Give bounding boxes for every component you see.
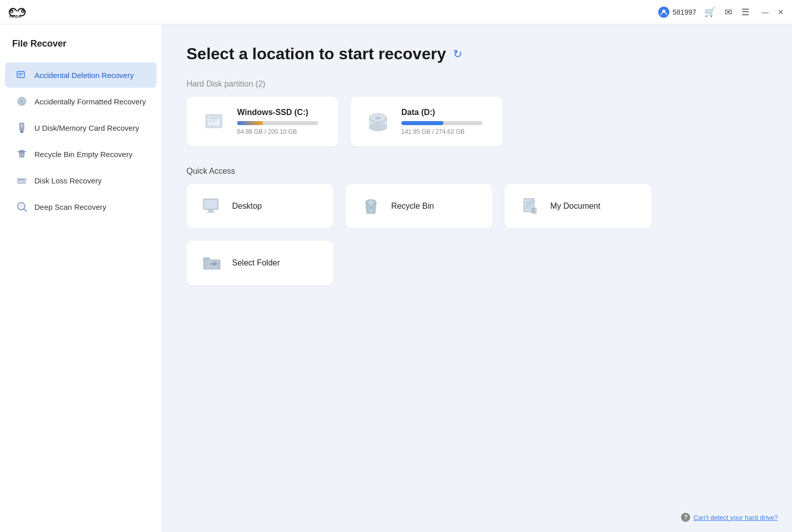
svg-rect-31 xyxy=(209,122,215,123)
disk-icon-c xyxy=(201,108,227,135)
sidebar-item-recycle-bin-empty[interactable]: Recycle Bin Empty Recovery xyxy=(5,141,157,167)
qa-card-my-document[interactable]: My Document xyxy=(505,184,652,229)
quick-access-cards: Desktop Recycle Bin xyxy=(186,184,768,285)
bottom-hint: ? Can't detect your hard drive? xyxy=(681,513,778,522)
qa-card-recycle-bin[interactable]: Recycle Bin xyxy=(346,184,493,229)
svg-rect-12 xyxy=(18,72,24,77)
recycle-bin-icon xyxy=(360,195,382,217)
deep-scan-icon xyxy=(15,200,28,213)
disk-name-c: Windows-SSD (C:) xyxy=(237,108,324,117)
page-title: Select a location to start recovery xyxy=(186,45,446,63)
accidentally-formatted-icon xyxy=(15,95,28,108)
cart-icon[interactable]: 🛒 xyxy=(704,7,715,18)
my-document-icon xyxy=(519,195,541,217)
user-id-display: 581997 xyxy=(658,7,696,18)
menu-icon[interactable]: ☰ xyxy=(741,7,749,18)
main-content: Select a location to start recovery ↻ Ha… xyxy=(162,24,792,532)
svg-rect-46 xyxy=(526,202,532,203)
disk-info-d: Data (D:) 141.95 GB / 274.62 GB xyxy=(401,108,488,135)
message-icon[interactable]: ✉ xyxy=(725,7,732,18)
title-bar-right: 581997 🛒 ✉ ☰ — ✕ xyxy=(658,7,784,18)
title-bar-left: PANDA xyxy=(8,5,26,19)
disk-name-d: Data (D:) xyxy=(401,108,488,117)
sidebar-item-disk-loss-label: Disk Loss Recovery xyxy=(34,176,102,185)
refresh-icon[interactable]: ↻ xyxy=(453,48,462,61)
close-button[interactable]: ✕ xyxy=(778,8,784,16)
disk-size-d: 141.95 GB / 274.62 GB xyxy=(401,128,488,135)
sidebar: File Recover Accidental Deletion Recover… xyxy=(0,24,162,532)
select-folder-icon xyxy=(201,252,223,274)
svg-point-6 xyxy=(11,11,12,13)
user-id-text: 581997 xyxy=(672,8,696,16)
disk-card-d[interactable]: Data (D:) 141.95 GB / 274.62 GB xyxy=(351,97,503,146)
disk-info-c: Windows-SSD (C:) 64.88 GB / 200.10 GB xyxy=(237,108,324,135)
disk-bar-fill-c xyxy=(237,121,263,125)
sidebar-item-deep-scan[interactable]: Deep Scan Recovery xyxy=(5,194,157,219)
svg-point-36 xyxy=(375,117,381,120)
svg-rect-18 xyxy=(21,124,23,127)
user-icon xyxy=(660,9,667,16)
page-header: Select a location to start recovery ↻ xyxy=(186,45,768,63)
svg-rect-48 xyxy=(526,206,530,207)
quick-access-label: Quick Access xyxy=(186,167,768,176)
svg-rect-39 xyxy=(208,210,213,212)
panda-logo: PANDA xyxy=(8,5,26,19)
title-bar: PANDA 581997 🛒 ✉ ☰ — ✕ xyxy=(0,0,792,24)
sidebar-item-disk-loss[interactable]: Disk Loss Recovery xyxy=(5,168,157,193)
svg-text:PANDA: PANDA xyxy=(9,15,21,18)
svg-rect-40 xyxy=(206,212,215,213)
app-body: File Recover Accidental Deletion Recover… xyxy=(0,24,792,532)
svg-point-34 xyxy=(369,123,387,131)
svg-point-15 xyxy=(21,100,23,102)
svg-point-21 xyxy=(24,179,26,180)
disk-bar-fill-d xyxy=(401,121,443,125)
hint-question-icon: ? xyxy=(681,513,690,522)
u-disk-icon xyxy=(15,121,28,134)
hint-link[interactable]: Can't detect your hard drive? xyxy=(693,514,778,521)
svg-line-24 xyxy=(24,209,26,211)
svg-rect-17 xyxy=(20,131,23,133)
sidebar-item-accidental-deletion[interactable]: Accidental Deletion Recovery xyxy=(5,62,157,88)
sidebar-item-accidental-deletion-label: Accidental Deletion Recovery xyxy=(34,71,134,80)
disk-bar-c xyxy=(237,121,318,125)
window-controls: — ✕ xyxy=(762,8,784,16)
recycle-bin-empty-icon xyxy=(15,147,28,161)
sidebar-item-recycle-bin-empty-label: Recycle Bin Empty Recovery xyxy=(34,150,132,159)
sidebar-item-u-disk-label: U Disk/Memory Card Recovery xyxy=(34,124,139,132)
disk-card-c[interactable]: Windows-SSD (C:) 64.88 GB / 200.10 GB xyxy=(186,97,338,146)
disk-size-c: 64.88 GB / 200.10 GB xyxy=(237,128,324,135)
sidebar-item-u-disk[interactable]: U Disk/Memory Card Recovery xyxy=(5,115,157,140)
sidebar-item-deep-scan-label: Deep Scan Recovery xyxy=(34,203,106,211)
accidental-deletion-icon xyxy=(15,68,28,82)
svg-rect-29 xyxy=(209,118,219,119)
qa-label-recycle-bin: Recycle Bin xyxy=(391,202,434,211)
svg-rect-47 xyxy=(526,204,531,205)
desktop-icon xyxy=(201,195,223,217)
svg-rect-50 xyxy=(210,263,217,264)
disk-bar-d xyxy=(401,121,482,125)
disk-icon-d xyxy=(365,108,391,135)
qa-label-desktop: Desktop xyxy=(232,202,262,211)
disk-cards: Windows-SSD (C:) 64.88 GB / 200.10 GB xyxy=(186,97,768,146)
qa-label-my-document: My Document xyxy=(550,202,600,211)
svg-point-25 xyxy=(19,204,23,208)
sidebar-item-accidentally-formatted-label: Accidentally Formatted Recovery xyxy=(34,97,146,106)
qa-label-select-folder: Select Folder xyxy=(232,258,280,268)
minimize-button[interactable]: — xyxy=(762,8,769,16)
svg-rect-38 xyxy=(204,200,217,209)
titlebar-icons: 🛒 ✉ ☰ xyxy=(704,7,749,18)
disk-loss-icon xyxy=(15,174,28,187)
user-avatar xyxy=(658,7,669,18)
sidebar-title: File Recover xyxy=(0,39,162,61)
qa-card-select-folder[interactable]: Select Folder xyxy=(186,241,333,285)
svg-point-22 xyxy=(24,182,26,183)
qa-card-desktop[interactable]: Desktop xyxy=(186,184,333,229)
sidebar-item-accidentally-formatted[interactable]: Accidentally Formatted Recovery xyxy=(5,89,157,114)
svg-rect-30 xyxy=(209,120,217,121)
hard-disk-section-label: Hard Disk partition (2) xyxy=(186,80,768,89)
svg-point-7 xyxy=(22,11,23,13)
